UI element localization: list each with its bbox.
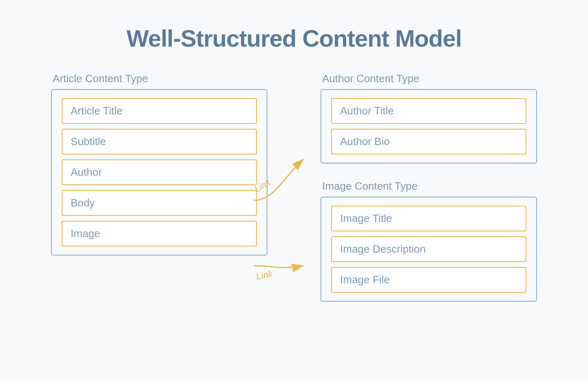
image-group: Image Content Type Image Title Image Des… [321, 180, 537, 302]
image-box: Image Title Image Description Image File [321, 197, 537, 302]
image-file-field: Image File [331, 267, 526, 293]
author-title-field: Author Title [331, 98, 526, 124]
diagram-area: Article Content Type Article Title Subti… [0, 72, 588, 302]
page: Well-Structured Content Model Article Co… [0, 0, 588, 381]
article-title-field: Article Title [62, 98, 257, 124]
article-box: Article Title Subtitle Author Body Image [51, 89, 267, 255]
article-column: Article Content Type Article Title Subti… [51, 72, 280, 255]
author-box: Author Title Author Bio [321, 89, 537, 164]
image-type-label: Image Content Type [322, 180, 537, 193]
image-description-field: Image Description [331, 236, 526, 262]
image-title-field: Image Title [331, 206, 526, 231]
subtitle-field: Subtitle [62, 129, 257, 155]
body-field: Body [62, 190, 257, 216]
author-bio-field: Author Bio [331, 129, 526, 155]
author-field: Author [62, 159, 257, 185]
page-title: Well-Structured Content Model [127, 25, 462, 52]
image-field: Image [62, 221, 257, 247]
right-column: Author Content Type Author Title Author … [321, 72, 537, 302]
article-type-label: Article Content Type [53, 72, 148, 85]
author-type-label: Author Content Type [322, 72, 537, 85]
author-group: Author Content Type Author Title Author … [321, 72, 537, 164]
